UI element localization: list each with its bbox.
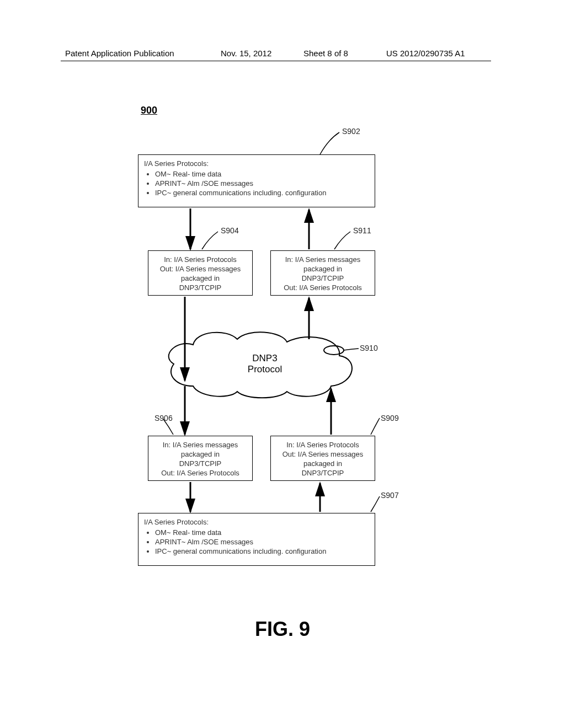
- box-s906-l2: packaged in: [154, 450, 247, 459]
- box-s907-item: IPC~ general communications including. c…: [155, 547, 369, 556]
- box-s902-item: APRINT~ Alm /SOE messages: [155, 179, 369, 189]
- callout-s911: S911: [353, 226, 371, 235]
- box-s909-l4: DNP3/TCPIP: [276, 469, 369, 478]
- box-s904-l1: In: I/A Series Protocols: [154, 255, 247, 265]
- box-s906-l3: DNP3/TCPIP: [154, 459, 247, 469]
- box-s907: I/A Series Protocols: OM~ Real- time dat…: [138, 513, 375, 566]
- svg-point-0: [324, 346, 344, 355]
- box-s911-l3: DNP3/TCPIP: [276, 274, 369, 283]
- box-s906: In: I/A Series messages packaged in DNP3…: [148, 436, 253, 481]
- box-s911-l1: In: I/A Series messages: [276, 255, 369, 265]
- header-sheet: Sheet 8 of 8: [303, 49, 348, 58]
- cloud-l1: DNP3: [232, 353, 298, 364]
- box-s909-l2: Out: I/A Series messages: [276, 450, 369, 459]
- box-s904-l2: Out: I/A Series messages: [154, 265, 247, 274]
- box-s911: In: I/A Series messages packaged in DNP3…: [270, 250, 375, 296]
- box-s904-l3: packaged in: [154, 274, 247, 283]
- box-s902-item: OM~ Real- time data: [155, 170, 369, 179]
- box-s904-l4: DNP3/TCPIP: [154, 283, 247, 293]
- cloud-l2: Protocol: [232, 364, 298, 375]
- box-s906-l1: In: I/A Series messages: [154, 441, 247, 450]
- box-s909-l3: packaged in: [276, 459, 369, 469]
- callout-s906: S906: [154, 414, 173, 422]
- header-rule: [61, 61, 491, 61]
- box-s904: In: I/A Series Protocols Out: I/A Series…: [148, 250, 253, 296]
- box-s902-item: IPC~ general communications including. c…: [155, 189, 369, 198]
- header-app-pub: Patent Application Publication: [65, 49, 174, 58]
- box-s902: I/A Series Protocols: OM~ Real- time dat…: [138, 154, 375, 207]
- header-date: Nov. 15, 2012: [221, 49, 271, 58]
- box-s911-l2: packaged in: [276, 265, 369, 274]
- callout-s902: S902: [342, 127, 360, 136]
- callout-s909: S909: [381, 414, 399, 422]
- cloud-dnp3: DNP3 Protocol: [232, 353, 298, 376]
- callout-s910: S910: [360, 344, 378, 352]
- box-s909: In: I/A Series Protocols Out: I/A Series…: [270, 436, 375, 481]
- box-s907-item: OM~ Real- time data: [155, 528, 369, 538]
- box-s909-l1: In: I/A Series Protocols: [276, 441, 369, 450]
- header-pubno: US 2012/0290735 A1: [386, 49, 465, 58]
- figure-caption: FIG. 9: [0, 618, 565, 641]
- callout-s907: S907: [381, 491, 399, 500]
- callout-s904: S904: [221, 226, 239, 235]
- box-s906-l4: Out: I/A Series Protocols: [154, 469, 247, 478]
- figure-ref-number: 900: [141, 105, 157, 116]
- box-s907-title: I/A Series Protocols:: [144, 518, 369, 527]
- box-s907-item: APRINT~ Alm /SOE messages: [155, 538, 369, 547]
- box-s911-l4: Out: I/A Series Protocols: [276, 283, 369, 293]
- box-s902-title: I/A Series Protocols:: [144, 159, 369, 169]
